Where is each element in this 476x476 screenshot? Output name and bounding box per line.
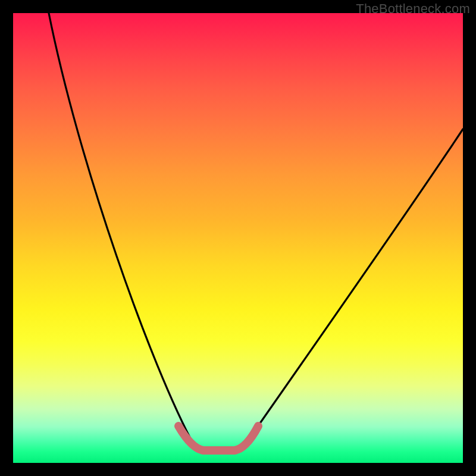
valley-highlight [178, 426, 258, 450]
curve-svg [13, 13, 463, 463]
chart-area [13, 13, 463, 463]
watermark-text: TheBottleneck.com [356, 1, 470, 17]
bottleneck-curve [49, 13, 463, 452]
